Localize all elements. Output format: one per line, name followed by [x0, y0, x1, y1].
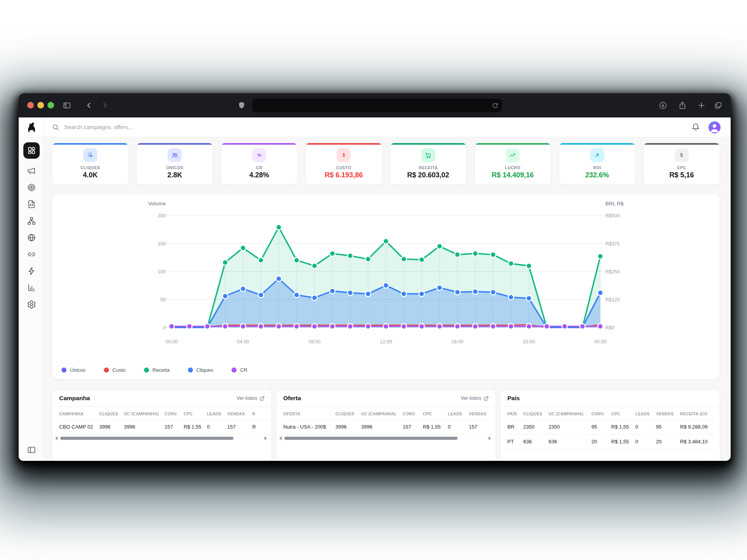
search-input[interactable] [63, 124, 228, 131]
kpi-row: CLIQUES4.0KÚNICOS2.8K%CR4.28%$CUSTOR$ 6.… [52, 143, 720, 185]
reload-icon[interactable] [492, 102, 498, 109]
kpi-card-lucro: LUCROR$ 14.409,16 [475, 143, 551, 185]
svg-text:$: $ [680, 152, 683, 158]
zoom-window-button[interactable] [47, 102, 54, 108]
dollar-icon: $ [337, 148, 351, 162]
scroll-left-icon[interactable] [279, 436, 282, 440]
legend-item-cr[interactable]: CR [231, 367, 247, 373]
url-address-bar[interactable] [252, 99, 502, 112]
chart-legend: ÚnicosCustoReceitaCliquesCR [61, 367, 247, 373]
traffic-chart-card: 0R$050R$125100R$250150R$375200R$500Volum… [52, 194, 720, 379]
table-row[interactable]: PT63663620R$ 1,55020R$ 3.484,10 [507, 434, 717, 449]
sidebar-nav [19, 137, 44, 461]
table-cell: Nutra - USA - 200$ [283, 420, 335, 434]
sidebar-toggle-icon[interactable] [63, 101, 71, 110]
legend-item-receita[interactable]: Receita [144, 367, 170, 373]
kpi-accent-strip [390, 143, 466, 145]
sidebar-item-network[interactable] [27, 216, 36, 226]
avatar[interactable] [708, 121, 721, 133]
legend-item-cliques[interactable]: Cliques [188, 367, 213, 373]
column-header: R [252, 408, 272, 420]
download-icon[interactable] [659, 101, 667, 110]
table-cell: 3996 [335, 420, 361, 434]
kpi-value: R$ 6.193,86 [324, 171, 363, 179]
table-cell: 636 [549, 434, 591, 449]
share-icon[interactable] [678, 101, 687, 110]
horizontal-scrollbar[interactable] [276, 434, 496, 440]
legend-item-custo[interactable]: Custo [104, 367, 126, 373]
scroll-right-icon[interactable] [265, 436, 267, 440]
kpi-label: CUSTO [336, 165, 351, 170]
svg-text:BRL R$: BRL R$ [605, 201, 624, 206]
table-cell: 0 [635, 420, 656, 434]
column-header: VENDAS [469, 408, 493, 420]
kpi-card-cliques: CLIQUES4.0K [52, 143, 128, 185]
view-all-link[interactable]: Ver todos [461, 396, 489, 401]
dashboard-grid-icon [27, 146, 36, 155]
sidebar-item-megaphone[interactable] [27, 166, 36, 175]
new-tab-icon[interactable] [697, 101, 706, 110]
kpi-label: ROI [593, 165, 601, 170]
shield-icon[interactable] [237, 101, 246, 110]
svg-text:100: 100 [158, 269, 166, 275]
sidebar-item-link[interactable] [27, 250, 36, 259]
table-cell: 157 [469, 420, 493, 434]
arrow-up-right-icon [590, 148, 604, 162]
svg-text:00:00: 00:00 [594, 339, 606, 345]
sidebar-item-globe[interactable] [27, 233, 36, 242]
column-header: CONV. [591, 408, 611, 420]
zap-icon [27, 266, 36, 276]
table-row[interactable]: Nutra - USA - 200$39963996157R$ 1,550157 [283, 420, 493, 434]
summary-tables-row: CampanhaVer todosCAMPANHACLIQUESUC (CAMP… [52, 390, 720, 461]
svg-text:0: 0 [163, 325, 166, 331]
trending-up-icon [506, 148, 520, 162]
file-code-icon [27, 200, 36, 209]
kpi-card-custo: $CUSTOR$ 6.193,86 [305, 143, 382, 185]
app-logo[interactable] [19, 117, 44, 137]
scrollbar-thumb[interactable] [60, 437, 233, 440]
sidebar-item-gear[interactable] [27, 300, 36, 309]
column-header: OFERTA [283, 408, 335, 420]
scroll-right-icon[interactable] [489, 436, 491, 440]
view-all-link[interactable]: Ver todos [237, 396, 265, 401]
forward-icon[interactable] [100, 101, 109, 110]
bell-icon[interactable] [691, 123, 700, 131]
legend-item-únicos[interactable]: Únicos [61, 367, 86, 373]
sidebar-item-dashboard-grid[interactable] [23, 142, 40, 159]
sidebar-item-bar-chart[interactable] [27, 283, 36, 292]
sidebar-item-file-code[interactable] [27, 200, 36, 209]
kpi-accent-strip [221, 143, 297, 145]
sidebar-item-target[interactable] [27, 183, 36, 192]
legend-swatch [188, 368, 193, 373]
scroll-left-icon[interactable] [55, 436, 58, 440]
column-header: RECEITA (CO [680, 408, 717, 420]
column-header: CPC [611, 408, 635, 420]
table-row[interactable]: CBO CAMP 0239963996157R$ 1,550157R [59, 420, 272, 434]
table-cell: 3996 [99, 420, 124, 434]
svg-text:20:00: 20:00 [523, 339, 535, 345]
table-cell: PT [507, 434, 523, 449]
cart-icon [421, 148, 435, 162]
table-row[interactable]: BR2350235095R$ 1,55095R$ 9.288,09 [507, 420, 717, 434]
scrollbar-thumb[interactable] [284, 437, 458, 440]
cursor-click-icon [83, 148, 97, 162]
column-header: VENDAS [227, 408, 252, 420]
column-header: CLIQUES [523, 408, 549, 420]
table-cell: 157 [165, 420, 184, 434]
external-link-icon [484, 396, 489, 401]
close-window-button[interactable] [27, 102, 34, 108]
minimize-window-button[interactable] [37, 102, 44, 108]
tabs-overview-icon[interactable] [714, 101, 722, 110]
sidebar-item-zap[interactable] [27, 266, 36, 276]
back-icon[interactable] [85, 101, 93, 110]
table-cell: 636 [523, 434, 549, 449]
horizontal-scrollbar[interactable] [52, 434, 272, 440]
svg-text:50: 50 [160, 297, 166, 303]
collapse-sidebar-button[interactable] [27, 445, 36, 455]
global-search [52, 124, 691, 131]
svg-text:16:00: 16:00 [451, 339, 463, 345]
column-header: UC (CAMPANHA) [361, 408, 403, 420]
kpi-label: CLIQUES [81, 165, 100, 170]
app-root: CLIQUES4.0KÚNICOS2.8K%CR4.28%$CUSTOR$ 6.… [19, 117, 731, 461]
table-cell: 2350 [549, 420, 591, 434]
